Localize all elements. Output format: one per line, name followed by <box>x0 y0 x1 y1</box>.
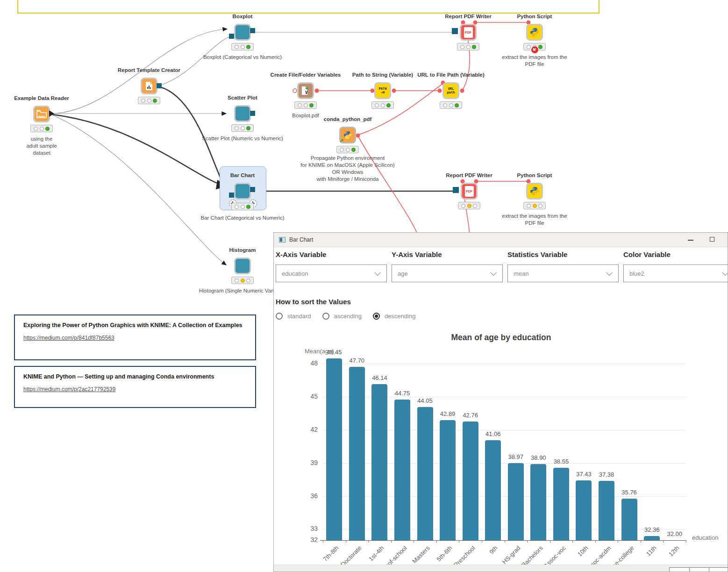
bar[interactable] <box>349 367 365 540</box>
statistics-select[interactable]: mean <box>507 265 619 282</box>
select-value: mean <box>514 270 529 277</box>
bar[interactable] <box>417 407 433 540</box>
input-port[interactable] <box>229 193 234 198</box>
output-port[interactable] <box>49 110 54 117</box>
annotation-link[interactable]: https://medium.com/p/2ac217792539 <box>23 386 115 393</box>
bar[interactable] <box>463 422 478 540</box>
bar-value-label: 38.55 <box>546 458 576 465</box>
output-port[interactable] <box>250 28 255 33</box>
x-axis-tick <box>391 540 392 543</box>
node-python-script-bottom[interactable]: Python Script extract the images from th… <box>526 183 543 200</box>
node-comment: Propagate Python environment for KNIME o… <box>300 155 394 183</box>
annotation-link[interactable]: https://medium.com/p/841df87b5563 <box>23 335 114 341</box>
radio-ascending[interactable] <box>322 313 329 320</box>
y-axis-tick-label: 39 <box>299 459 318 466</box>
node-path-to-string[interactable]: Path to String (Variable) PATH →H <box>374 82 391 99</box>
bar[interactable] <box>508 463 524 540</box>
bar[interactable] <box>440 420 456 540</box>
create-variables-icon[interactable]: V <box>297 82 314 99</box>
bar[interactable] <box>530 464 546 540</box>
bar[interactable] <box>394 400 410 540</box>
dialog-title: Bar Chart <box>289 236 313 243</box>
output-port[interactable] <box>250 187 255 192</box>
x-axis-title: education <box>692 534 718 541</box>
boxplot-icon[interactable] <box>234 24 251 41</box>
node-url-to-file-path[interactable]: URL to File Path (Variable) URL path <box>443 82 459 99</box>
output-port[interactable] <box>250 111 255 116</box>
field-y-axis: Y-Axis Variable age <box>392 250 503 282</box>
python-script-icon[interactable] <box>526 183 543 200</box>
node-report-pdf-writer-top[interactable]: Report PDF Writer PDF <box>460 24 477 41</box>
radio-label: standard <box>287 313 311 320</box>
icon-glyph-text: URL path <box>447 87 455 94</box>
data-reader-icon[interactable]: data <box>33 106 50 122</box>
y-axis-select[interactable]: age <box>392 265 503 282</box>
bar-chart-icon[interactable] <box>234 183 251 200</box>
footer-control[interactable] <box>669 567 728 572</box>
bar[interactable] <box>621 499 637 540</box>
y-axis-tick-label: 42 <box>299 426 318 433</box>
url-to-path-icon[interactable]: URL path <box>443 82 459 99</box>
bar[interactable] <box>644 536 660 540</box>
x-axis-tick <box>436 540 437 543</box>
bar[interactable] <box>576 480 592 540</box>
node-conda-python-pdf[interactable]: conda_python_pdf ↗ Propagate Python envi… <box>339 127 356 143</box>
radio-standard[interactable] <box>276 313 283 320</box>
traffic-light <box>523 43 546 50</box>
bar-value-label: 46.14 <box>364 374 394 381</box>
x-axis-tick <box>663 540 664 543</box>
report-template-icon[interactable] <box>141 78 157 94</box>
node-bar-chart[interactable]: Bar Chart Bar Chart (Categorical vs Nume… <box>234 183 251 200</box>
node-histogram[interactable]: Histogram Histogram (Single Numeric Vari… <box>234 257 251 274</box>
node-create-file-folder-variables[interactable]: Create File/Folder Variables V Boxplot.p… <box>297 82 314 99</box>
pdf-writer-icon[interactable]: PDF <box>460 24 477 41</box>
x-axis-tick <box>459 540 459 543</box>
node-scatter-plot[interactable]: Scatter Plot Scatter Plot (Numeric vs Nu… <box>234 105 251 122</box>
node-python-script-top[interactable]: Python Script extract the images from th… <box>526 24 543 41</box>
icon-caption: data <box>35 114 49 119</box>
select-value: blue2 <box>629 270 644 277</box>
traffic-light <box>231 203 254 210</box>
pdf-writer-icon[interactable]: PDF <box>461 183 478 200</box>
bar[interactable] <box>326 358 342 540</box>
input-port[interactable] <box>452 28 458 34</box>
x-axis-tick <box>572 540 573 543</box>
color-select[interactable]: blue2 <box>623 265 728 282</box>
field-label: Y-Axis Variable <box>392 250 503 258</box>
y-axis-tick-label: 48 <box>299 359 318 367</box>
bar[interactable] <box>371 384 387 540</box>
x-axis-tick <box>346 540 346 543</box>
python-script-icon[interactable] <box>526 24 543 41</box>
x-axis-tick <box>505 540 505 543</box>
node-report-pdf-writer-bottom[interactable]: Report PDF Writer PDF <box>461 183 478 200</box>
scatter-plot-icon[interactable] <box>234 105 251 122</box>
maximize-button[interactable] <box>703 233 721 247</box>
minimize-button[interactable] <box>681 233 700 247</box>
input-port[interactable] <box>229 34 234 39</box>
node-example-data-reader[interactable]: Example Data Reader data using the adult… <box>33 106 50 122</box>
traffic-light <box>231 43 254 50</box>
input-port[interactable] <box>453 187 459 193</box>
bar[interactable] <box>599 481 614 540</box>
node-label: conda_python_pdf <box>324 116 372 122</box>
output-port[interactable] <box>157 83 162 88</box>
node-report-template-creator[interactable]: Report Template Creator <box>141 78 157 94</box>
select-value: age <box>398 270 408 277</box>
node-boxplot[interactable]: Boxplot Boxplot (Categorical vs Numeric) <box>234 24 251 41</box>
component-python-icon[interactable]: ↗ <box>339 127 356 143</box>
workflow-annotation[interactable]: Exploring the Power of Python Graphics w… <box>14 315 256 360</box>
histogram-icon[interactable] <box>234 257 251 274</box>
workflow-annotation[interactable]: KNIME and Python — Setting up and managi… <box>14 366 256 408</box>
field-label: X-Axis Variable <box>276 250 387 258</box>
radio-descending[interactable] <box>373 313 380 320</box>
x-axis-select[interactable]: education <box>276 265 387 282</box>
bar[interactable] <box>485 440 501 540</box>
dialog-titlebar[interactable]: Bar Chart <box>274 233 728 247</box>
node-label: Example Data Reader <box>14 95 69 101</box>
traffic-light <box>440 101 462 109</box>
node-label: Create File/Folder Variables <box>271 72 341 78</box>
bar[interactable] <box>553 468 569 540</box>
node-comment: Bar Chart (Categorical vs Numeric) <box>201 214 285 222</box>
traffic-light <box>458 202 480 209</box>
path-to-string-icon[interactable]: PATH →H <box>374 82 391 99</box>
